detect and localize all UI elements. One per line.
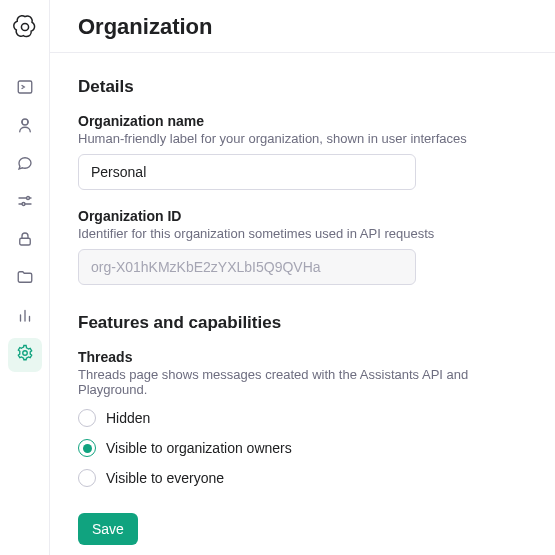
sidebar-item-chat[interactable] [8, 148, 42, 182]
chat-icon [16, 154, 34, 176]
openai-logo-icon [12, 14, 38, 40]
radio-option-owners[interactable]: Visible to organization owners [78, 439, 527, 457]
sliders-icon [16, 192, 34, 214]
terminal-icon [16, 78, 34, 100]
save-button[interactable]: Save [78, 513, 138, 545]
sidebar-item-api-keys[interactable] [8, 224, 42, 258]
gear-icon [16, 344, 34, 366]
svg-rect-5 [19, 238, 30, 245]
radio-label: Visible to everyone [106, 470, 224, 486]
page-content: Details Organization name Human-friendly… [50, 53, 555, 555]
folder-icon [16, 268, 34, 290]
sidebar-item-files[interactable] [8, 262, 42, 296]
radio-icon [78, 409, 96, 427]
sidebar-item-tune[interactable] [8, 186, 42, 220]
org-id-label: Organization ID [78, 208, 527, 224]
section-features-title: Features and capabilities [78, 313, 527, 333]
section-details-title: Details [78, 77, 527, 97]
org-name-desc: Human-friendly label for your organizati… [78, 131, 527, 146]
radio-label: Hidden [106, 410, 150, 426]
page-header: Organization [50, 0, 555, 53]
bar-chart-icon [16, 306, 34, 328]
svg-point-0 [21, 23, 28, 30]
org-name-input[interactable] [78, 154, 416, 190]
field-org-id: Organization ID Identifier for this orga… [78, 208, 527, 285]
field-org-name: Organization name Human-friendly label f… [78, 113, 527, 190]
threads-desc: Threads page shows messages created with… [78, 367, 527, 397]
radio-label: Visible to organization owners [106, 440, 292, 456]
robot-icon [16, 116, 34, 138]
svg-point-2 [22, 119, 28, 125]
sidebar-item-assistants[interactable] [8, 110, 42, 144]
radio-option-hidden[interactable]: Hidden [78, 409, 527, 427]
threads-label: Threads [78, 349, 527, 365]
org-id-desc: Identifier for this organization sometim… [78, 226, 527, 241]
svg-point-6 [22, 351, 27, 356]
svg-point-3 [26, 197, 29, 200]
org-id-input[interactable] [78, 249, 416, 285]
radio-icon [78, 469, 96, 487]
sidebar-item-settings[interactable] [8, 338, 42, 372]
org-name-label: Organization name [78, 113, 527, 129]
threads-group: Threads Threads page shows messages crea… [78, 349, 527, 487]
radio-icon [78, 439, 96, 457]
lock-icon [16, 230, 34, 252]
sidebar-item-usage[interactable] [8, 300, 42, 334]
svg-point-4 [22, 203, 25, 206]
sidebar-item-playground[interactable] [8, 72, 42, 106]
page-title: Organization [78, 14, 527, 40]
radio-option-everyone[interactable]: Visible to everyone [78, 469, 527, 487]
sidebar [0, 0, 50, 555]
